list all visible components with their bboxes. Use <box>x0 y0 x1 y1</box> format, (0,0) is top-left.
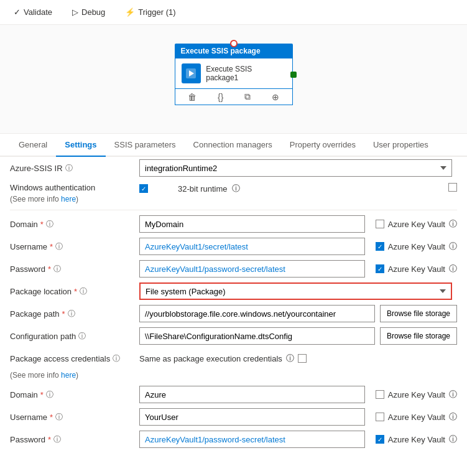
username-row: Username * ⓘ ✓ Azure Key Vault ⓘ <box>10 235 457 258</box>
password2-row: Password * ⓘ ✓ Azure Key Vault ⓘ <box>10 428 457 450</box>
runtime-32bit-label: 32-bit runtime <box>178 184 227 194</box>
package-path-input[interactable] <box>139 305 375 322</box>
password2-akv-label: Azure Key Vault <box>388 435 445 444</box>
username-label: Username * ⓘ <box>10 241 134 252</box>
toolbar: ✓ Validate ▷ Debug ⚡ Trigger (1) <box>0 0 467 25</box>
pkg-cred-info-icon[interactable]: ⓘ <box>113 353 120 364</box>
username2-akv-checkbox[interactable] <box>376 413 384 421</box>
runtime-32bit-info-icon[interactable]: ⓘ <box>232 183 240 194</box>
domain2-akv-checkbox[interactable] <box>376 390 384 399</box>
debug-button[interactable]: ▷ Debug <box>68 5 109 19</box>
username2-label: Username * ⓘ <box>10 412 134 422</box>
pkg-loc-required-star: * <box>74 287 77 296</box>
validate-button[interactable]: ✓ Validate <box>10 5 56 19</box>
runtime-32bit-checkbox[interactable] <box>448 183 457 192</box>
connect-icon[interactable]: ⊕ <box>272 92 279 102</box>
windows-auth-checkbox[interactable]: ✓ <box>139 184 148 193</box>
domain2-akv-label: Azure Key Vault <box>388 390 445 399</box>
pkg-credentials-row: Package access credentials ⓘ Same as pac… <box>10 347 457 370</box>
activity-icon <box>182 63 201 83</box>
copy-icon[interactable]: ⧉ <box>244 91 251 102</box>
domain-info-icon[interactable]: ⓘ <box>46 219 53 230</box>
username-input[interactable] <box>139 238 365 255</box>
password-akv-checkbox[interactable]: ✓ <box>376 264 384 273</box>
pkg-loc-info-icon[interactable]: ⓘ <box>80 286 87 297</box>
trigger-button[interactable]: ⚡ Trigger (1) <box>121 5 179 19</box>
tab-connection-managers[interactable]: Connection managers <box>185 134 281 157</box>
trigger-icon: ⚡ <box>125 7 135 17</box>
config-path-label: Configuration path ⓘ <box>10 331 134 342</box>
code-icon[interactable]: {} <box>218 92 223 102</box>
azure-ssis-ir-row: Azure-SSIS IR ⓘ integrationRuntime2 <box>10 157 457 179</box>
package-path-row: Package path * ⓘ Browse file storage <box>10 302 457 325</box>
password-akv-info-icon[interactable]: ⓘ <box>449 263 457 274</box>
package-location-row: Package location * ⓘ File system (Packag… <box>10 280 457 302</box>
password-akv-label: Azure Key Vault <box>388 264 445 274</box>
username2-info-icon[interactable]: ⓘ <box>55 412 63 422</box>
username2-akv-info-icon[interactable]: ⓘ <box>449 411 457 422</box>
domain-akv-label: Azure Key Vault <box>388 220 445 229</box>
password-input[interactable] <box>139 260 365 278</box>
pkg-credentials-label: Package access credentials ⓘ <box>10 353 134 364</box>
password2-akv-info-icon[interactable]: ⓘ <box>449 434 457 445</box>
delete-icon[interactable]: 🗑 <box>188 92 197 102</box>
activity-actions: 🗑 {} ⧉ ⊕ <box>175 89 293 105</box>
tab-user-properties[interactable]: User properties <box>364 134 437 157</box>
pkg-credentials-value: Same as package execution credentials ⓘ <box>139 353 452 364</box>
username-info-icon[interactable]: ⓘ <box>55 241 63 252</box>
activity-body: Execute SSIS package1 <box>175 58 293 89</box>
tabs: General Settings SSIS parameters Connect… <box>0 134 467 157</box>
see-more-link[interactable]: here <box>61 371 76 380</box>
domain-akv-checkbox[interactable] <box>376 220 384 228</box>
domain2-input[interactable] <box>139 386 365 403</box>
config-path-browse-button[interactable]: Browse file storage <box>380 327 457 345</box>
pkg-credentials-checkbox[interactable] <box>298 354 307 363</box>
form-area: Azure-SSIS IR ⓘ integrationRuntime2 Wind… <box>0 157 467 460</box>
domain-required-star: * <box>40 220 44 229</box>
windows-auth-row: Windows authentication (See more info he… <box>10 179 457 207</box>
password2-label: Password * ⓘ <box>10 434 134 445</box>
domain-label: Domain * ⓘ <box>10 219 134 230</box>
tab-general[interactable]: General <box>10 134 56 157</box>
debug-icon: ▷ <box>72 7 78 17</box>
domain2-akv: Azure Key Vault ⓘ <box>370 389 457 400</box>
config-path-info-icon[interactable]: ⓘ <box>78 331 86 342</box>
username-akv-checkbox[interactable]: ✓ <box>376 242 384 251</box>
domain-input[interactable] <box>139 215 365 233</box>
azure-ssis-ir-label: Azure-SSIS IR ⓘ <box>10 163 134 174</box>
validate-icon: ✓ <box>14 7 21 17</box>
password-info-icon[interactable]: ⓘ <box>53 264 61 274</box>
password2-input[interactable] <box>139 431 365 448</box>
tab-property-overrides[interactable]: Property overrides <box>281 134 364 157</box>
password2-akv-checkbox[interactable]: ✓ <box>376 435 384 444</box>
domain2-label: Domain * ⓘ <box>10 390 134 400</box>
canvas-area: Execute SSIS package Execute SSIS packag… <box>0 25 467 134</box>
username-akv-info-icon[interactable]: ⓘ <box>449 241 457 252</box>
right-connection-dot <box>290 72 297 78</box>
pkg-path-info-icon[interactable]: ⓘ <box>68 309 75 319</box>
runtime-32bit-right <box>448 183 457 192</box>
package-location-select[interactable]: File system (Package) <box>139 282 452 300</box>
password-row: Password * ⓘ ✓ Azure Key Vault ⓘ <box>10 258 457 280</box>
username2-input[interactable] <box>139 408 365 426</box>
password2-info-icon[interactable]: ⓘ <box>53 434 61 445</box>
azure-ssis-ir-info-icon[interactable]: ⓘ <box>65 163 73 174</box>
domain2-akv-info-icon[interactable]: ⓘ <box>449 389 457 400</box>
pkg-path-required-star: * <box>62 309 65 319</box>
azure-ssis-ir-select[interactable]: integrationRuntime2 <box>139 159 452 177</box>
tab-settings[interactable]: Settings <box>56 134 105 157</box>
domain2-info-icon[interactable]: ⓘ <box>46 390 53 400</box>
package-location-label: Package location * ⓘ <box>10 286 134 297</box>
windows-auth-label: Windows authentication (See more info he… <box>10 183 134 205</box>
domain-row: Domain * ⓘ Azure Key Vault ⓘ <box>10 213 457 235</box>
windows-auth-here-link[interactable]: here <box>61 195 76 203</box>
domain-akv: Azure Key Vault ⓘ <box>370 218 457 230</box>
domain-akv-info-icon[interactable]: ⓘ <box>449 218 457 230</box>
package-path-browse-button[interactable]: Browse file storage <box>380 305 457 322</box>
tab-ssis-parameters[interactable]: SSIS parameters <box>106 134 185 157</box>
username2-row: Username * ⓘ Azure Key Vault ⓘ <box>10 406 457 428</box>
pkg-cred-same-info-icon[interactable]: ⓘ <box>286 353 294 364</box>
domain2-row: Domain * ⓘ Azure Key Vault ⓘ <box>10 383 457 406</box>
config-path-input[interactable] <box>139 327 375 345</box>
activity-card: Execute SSIS package Execute SSIS packag… <box>175 44 293 105</box>
